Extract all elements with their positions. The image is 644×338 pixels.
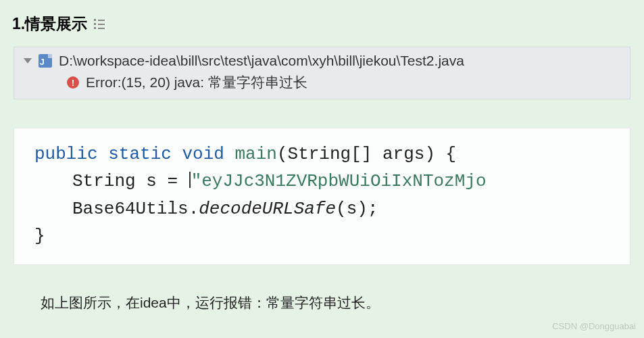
text-cursor-icon — [189, 172, 191, 188]
watermark: CSDN @Dongguabai — [552, 321, 636, 331]
expand-icon[interactable] — [24, 58, 32, 64]
error-icon: ! — [67, 76, 79, 89]
method-name: main — [235, 144, 277, 164]
var-decl: String s = — [72, 171, 189, 191]
error-row[interactable]: ! Error:(15, 20) java: 常量字符串过长 — [21, 73, 623, 92]
method-call: decodeURLSafe — [199, 199, 336, 219]
caption-text: 如上图所示，在idea中，运行报错：常量字符串过长。 — [41, 293, 644, 312]
heading-text: 1.情景展示 — [12, 14, 87, 34]
call-args: (s); — [336, 199, 378, 219]
code-line-2: String s = "eyJJc3N1ZVRpbWUiOiIxNTozMjo — [34, 168, 612, 195]
paren-close-brace: ) { — [424, 144, 456, 164]
section-heading: 1.情景展示 — [0, 0, 644, 47]
code-line-4: } — [34, 222, 612, 249]
paren-open: ( — [277, 144, 288, 164]
keyword-static: static — [108, 144, 172, 164]
param: String[] args — [288, 144, 425, 164]
code-block: public static void main(String[] args) {… — [14, 128, 630, 265]
string-literal: "eyJJc3N1ZVRpbWUiOiIxNTozMjo — [191, 171, 487, 191]
java-file-icon — [39, 54, 52, 68]
keyword-public: public — [34, 144, 98, 164]
error-panel: D:\workspace-idea\bill\src\test\java\com… — [14, 47, 630, 99]
keyword-void: void — [182, 144, 224, 164]
file-row[interactable]: D:\workspace-idea\bill\src\test\java\com… — [21, 53, 623, 69]
code-line-3: Base64Utils.decodeURLSafe(s); — [34, 195, 612, 222]
outline-icon — [94, 19, 105, 29]
class-ref: Base64Utils. — [72, 199, 199, 219]
error-text: Error:(15, 20) java: 常量字符串过长 — [86, 73, 307, 92]
code-line-1: public static void main(String[] args) { — [34, 141, 612, 168]
file-path: D:\workspace-idea\bill\src\test\java\com… — [59, 53, 464, 69]
